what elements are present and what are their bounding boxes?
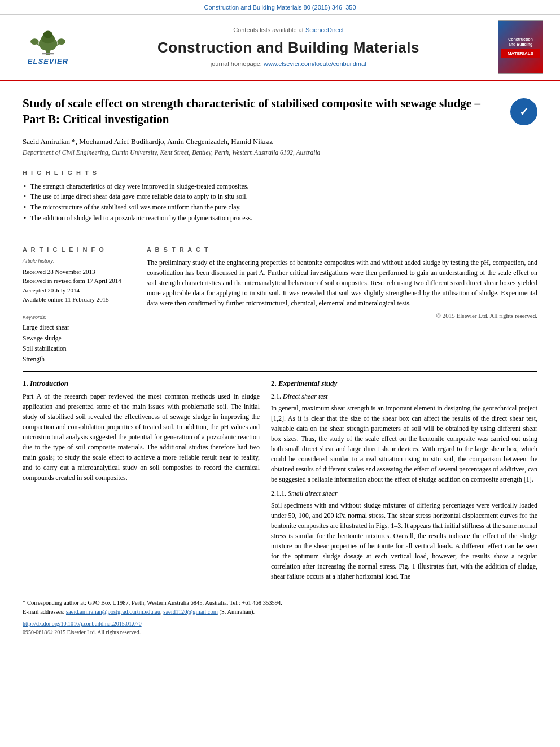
email-line: E-mail addresses: saeid.amiralian@postgr… xyxy=(23,608,537,617)
authors-line: Saeid Amiralian *, Mochamad Arief Budiha… xyxy=(23,132,537,148)
article-info-col: A R T I C L E I N F O Article history: R… xyxy=(23,240,135,364)
page: Construction and Building Materials 80 (… xyxy=(0,0,560,747)
email-link-1[interactable]: saeid.amiralian@postgrad.curtin.edu.au xyxy=(66,609,160,615)
corresponding-author: * Corresponding author at: GPO Box U1987… xyxy=(23,599,537,608)
keywords-section: Keywords: Large direct shear Sewage slud… xyxy=(23,314,135,364)
footnotes-section: * Corresponding author at: GPO Box U1987… xyxy=(23,595,537,637)
journal-homepage-label: journal homepage: xyxy=(211,60,262,67)
history-label: Article history: xyxy=(23,257,135,265)
intro-title: 1. Introduction xyxy=(23,378,260,388)
keywords-label: Keywords: xyxy=(23,314,135,321)
exp-num: 2. xyxy=(271,379,277,387)
journal-header-right: Construction and Building MATERIALS xyxy=(492,20,549,74)
body-left-col: 1. Introduction Part A of the research p… xyxy=(23,378,260,586)
exp-sub-title: 2.1. Direct shear test xyxy=(271,392,537,401)
crossmark-badge: ✓ xyxy=(510,98,537,125)
exp-sub-num: 2.1. xyxy=(271,392,281,400)
available-date: Available online 11 February 2015 xyxy=(23,295,135,304)
journal-cover-text: Construction and Building xyxy=(508,37,533,47)
citation-bar: Construction and Building Materials 80 (… xyxy=(0,0,560,15)
abstract-text: The preliminary study of the engineering… xyxy=(147,257,537,308)
cover-line1: Construction xyxy=(508,37,533,42)
exp-text: In general, maximum shear strength is an… xyxy=(271,403,537,484)
corresponding-label: * Corresponding author at: GPO Box U1987… xyxy=(23,600,282,606)
affiliation: Department of Civil Engineering, Curtin … xyxy=(23,148,537,163)
highlight-item-2: The use of large direct shear data gave … xyxy=(23,191,537,202)
elsevier-logo: ELSEVIER xyxy=(25,28,71,67)
elsevier-wordmark: ELSEVIER xyxy=(28,56,68,67)
authors: Saeid Amiralian *, Mochamad Arief Budiha… xyxy=(23,137,273,146)
svg-point-3 xyxy=(43,30,53,38)
abstract-header: A B S T R A C T xyxy=(147,246,537,254)
small-shear-text: Soil specimens with and without sludge m… xyxy=(271,500,537,582)
journal-homepage-url[interactable]: www.elsevier.com/locate/conbuildmat xyxy=(264,60,366,67)
crossmark-icon: ✓ xyxy=(519,104,529,120)
body-cols: 1. Introduction Part A of the research p… xyxy=(23,378,537,586)
available-label: Available online 11 February 2015 xyxy=(23,296,109,303)
email-label: E-mail addresses: xyxy=(23,609,64,615)
small-shear-title-text: Small direct shear xyxy=(288,490,338,497)
journal-homepage: journal homepage: www.elsevier.com/locat… xyxy=(90,60,487,68)
email-suffix: (S. Amiralian). xyxy=(219,609,255,615)
keyword-3: Soil stabilization xyxy=(23,343,135,353)
doi-link[interactable]: http://dx.doi.org/10.1016/j.conbuildmat.… xyxy=(23,621,142,627)
keyword-2: Sewage sludge xyxy=(23,333,135,343)
article-info-header: A R T I C L E I N F O xyxy=(23,246,135,254)
received-date: Received 28 November 2013 xyxy=(23,267,135,277)
journal-cover-red: MATERIALS xyxy=(501,49,540,58)
cover-line2: and Building xyxy=(508,42,533,47)
journal-cover: Construction and Building MATERIALS xyxy=(498,20,543,74)
intro-text: Part A of the research paper reviewed th… xyxy=(23,391,260,483)
article-title: Study of scale effect on strength charac… xyxy=(23,96,510,127)
highlight-item-3: The microstructure of the stabilised soi… xyxy=(23,202,537,213)
journal-header: ELSEVIER Contents lists available at Sci… xyxy=(0,15,560,81)
exp-title-text: Experimental study xyxy=(278,379,337,387)
abstract-col: A B S T R A C T The preliminary study of… xyxy=(147,240,537,364)
svg-point-7 xyxy=(30,38,39,45)
cover-line3: MATERIALS xyxy=(501,50,540,56)
small-shear-num: 2.1.1. xyxy=(271,490,286,497)
journal-header-left: ELSEVIER xyxy=(11,28,85,67)
highlights-list: The strength characteristics of clay wer… xyxy=(23,181,537,224)
revised-date: Received in revised form 17 April 2014 xyxy=(23,276,135,286)
highlight-item-4: The addition of sludge led to a pozzolan… xyxy=(23,213,537,224)
received-label: Received 28 November 2013 xyxy=(23,268,95,275)
accepted-date: Accepted 20 July 2014 xyxy=(23,286,135,295)
doi-line: http://dx.doi.org/10.1016/j.conbuildmat.… xyxy=(23,619,537,628)
revised-label: Received in revised form 17 April 2014 xyxy=(23,277,121,284)
sciencedirect-link: Contents lists available at ScienceDirec… xyxy=(90,26,487,34)
highlights-header: H I G H L I G H T S xyxy=(23,169,537,177)
issn-line: 0950-0618/© 2015 Elsevier Ltd. All right… xyxy=(23,628,537,636)
accepted-label: Accepted 20 July 2014 xyxy=(23,287,80,294)
highlight-item-1: The strength characteristics of clay wer… xyxy=(23,181,537,192)
small-shear-title: 2.1.1. Small direct shear xyxy=(271,489,537,499)
sciencedirect-prefix: Contents lists available at xyxy=(233,27,304,33)
highlights-section: H I G H L I G H T S The strength charact… xyxy=(23,169,537,234)
main-content: Study of scale effect on strength charac… xyxy=(0,81,560,648)
keyword-1: Large direct shear xyxy=(23,322,135,333)
copyright-line: © 2015 Elsevier Ltd. All rights reserved… xyxy=(147,312,537,320)
intro-title-text: Introduction xyxy=(30,379,68,387)
journal-title: Construction and Building Materials xyxy=(90,37,487,58)
article-title-section: Study of scale effect on strength charac… xyxy=(23,89,537,132)
citation-text: Construction and Building Materials 80 (… xyxy=(204,4,356,11)
exp-title: 2. Experimental study xyxy=(271,378,537,388)
email-link-2[interactable]: saeid1120@gmail.com xyxy=(163,609,217,615)
info-abstract-cols: A R T I C L E I N F O Article history: R… xyxy=(23,234,537,364)
sciencedirect-anchor[interactable]: ScienceDirect xyxy=(305,27,344,33)
body-divider xyxy=(23,371,537,372)
body-right-col: 2. Experimental study 2.1. Direct shear … xyxy=(271,378,537,586)
exp-sub-title-text: Direct shear test xyxy=(283,392,328,400)
intro-num: 1. xyxy=(23,379,28,387)
info-divider xyxy=(23,309,135,309)
elsevier-tree-icon xyxy=(25,28,71,56)
svg-rect-4 xyxy=(42,53,54,54)
keyword-4: Strength xyxy=(23,354,135,364)
svg-point-8 xyxy=(57,38,65,45)
journal-header-center: Contents lists available at ScienceDirec… xyxy=(85,26,492,68)
